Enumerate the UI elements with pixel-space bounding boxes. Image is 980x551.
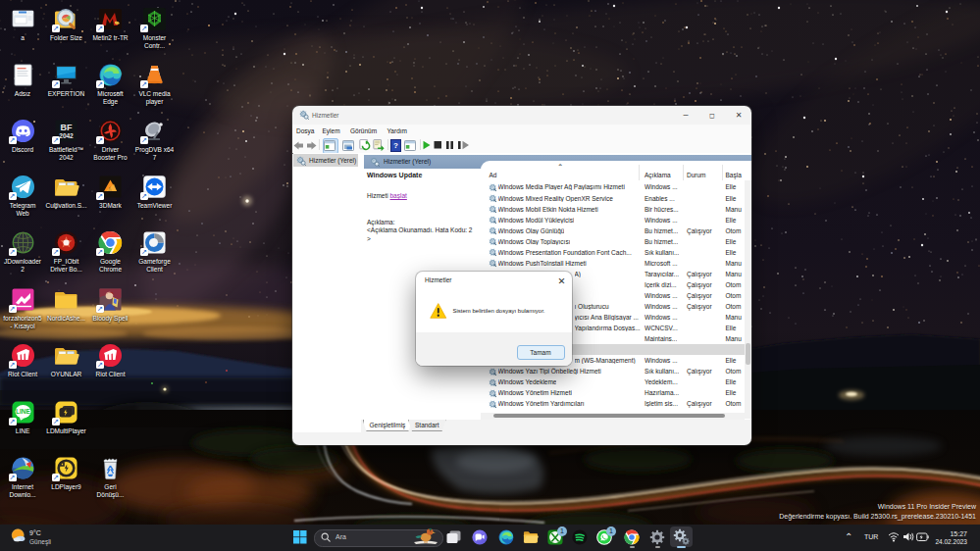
svg-text:LINE: LINE bbox=[16, 408, 30, 415]
svg-text:BF: BF bbox=[61, 123, 73, 132]
svg-text:2042: 2042 bbox=[59, 132, 74, 139]
